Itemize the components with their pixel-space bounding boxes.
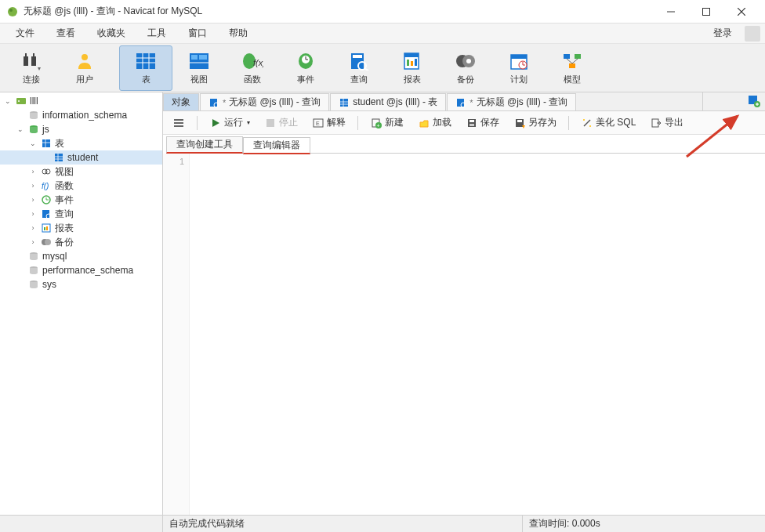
beautify-label: 美化 SQL (596, 116, 636, 129)
editor-area: 1 (163, 154, 765, 515)
tree-item-sys[interactable]: sys (0, 277, 162, 291)
tree-item-student[interactable]: student (0, 150, 162, 165)
tab-label: student @js (llll) - 表 (353, 96, 437, 109)
login-link[interactable]: 登录 (705, 24, 740, 43)
tree-label: student (67, 152, 98, 163)
tool-connection[interactable]: 连接 (5, 45, 58, 91)
tool-schedule[interactable]: 计划 (492, 45, 546, 91)
svg-rect-18 (191, 55, 198, 60)
tab-query-editor[interactable]: 查询编辑器 (243, 137, 310, 154)
svg-text:f(): f() (42, 182, 49, 190)
tool-report[interactable]: 报表 (386, 45, 439, 91)
saveas-icon (513, 117, 526, 129)
tree-item-information_schema[interactable]: information_schema (0, 108, 162, 122)
db-icon (27, 264, 40, 277)
tree-label: js (42, 124, 49, 135)
explain-button[interactable]: E解释 (307, 114, 350, 132)
run-button[interactable]: 运行▾ (205, 114, 255, 132)
tree-item-事件[interactable]: ›事件 (0, 193, 162, 207)
content-tab-q2[interactable]: *无标题 @js (llll) - 查询 (447, 93, 576, 110)
tool-function[interactable]: f(x)函数 (226, 45, 279, 91)
stop-icon (264, 117, 277, 129)
tree-item-备份[interactable]: ›备份 (0, 235, 162, 249)
tree-label: sys (42, 279, 56, 290)
avatar-icon[interactable] (745, 26, 760, 42)
tool-label: 事件 (297, 74, 314, 85)
content-tab-t1[interactable]: student @js (llll) - 表 (330, 93, 446, 110)
svg-marker-10 (38, 67, 41, 71)
maximize-button[interactable] (688, 0, 723, 24)
report-icon (400, 50, 425, 72)
tree-item-llll[interactable]: ⌄llll (0, 94, 162, 108)
tool-event[interactable]: 事件 (279, 45, 332, 91)
svg-point-38 (466, 59, 471, 63)
tree-toggle-icon[interactable]: › (28, 182, 38, 190)
titlebar: 无标题 @js (llll) - 查询 - Navicat for MySQL (0, 0, 765, 24)
menu-favorites[interactable]: 收藏夹 (86, 24, 136, 43)
tree-item-js[interactable]: ⌄js (0, 122, 162, 136)
hamburger-button[interactable] (168, 114, 190, 132)
tree-toggle-icon[interactable]: › (28, 238, 38, 246)
tree-toggle-icon[interactable]: ⌄ (16, 125, 25, 133)
svg-rect-56 (55, 154, 63, 161)
load-button[interactable]: 加载 (413, 114, 456, 132)
menu-help[interactable]: 帮助 (218, 24, 259, 43)
svg-rect-28 (353, 55, 362, 58)
tree-toggle-icon[interactable]: ⌄ (28, 139, 38, 147)
tree-item-报表[interactable]: ›报表 (0, 221, 162, 235)
tool-model[interactable]: 模型 (546, 45, 599, 91)
tool-backup[interactable]: 备份 (439, 45, 492, 91)
close-button[interactable] (723, 0, 759, 24)
sql-editor[interactable] (190, 154, 765, 515)
menu-window[interactable]: 窗口 (177, 24, 218, 43)
menu-tools[interactable]: 工具 (136, 24, 177, 43)
svg-rect-53 (42, 139, 50, 147)
statusbar: 自动完成代码就绪 查询时间: 0.000s (0, 515, 765, 532)
tree-toggle-icon[interactable]: › (28, 168, 38, 176)
tool-label: 视图 (190, 74, 208, 85)
tree-label: 事件 (55, 194, 74, 207)
line-number: 1 (163, 157, 184, 166)
tool-view[interactable]: 视图 (172, 45, 226, 91)
tree-label: 函数 (55, 179, 74, 193)
tree-toggle-icon[interactable]: › (28, 224, 38, 232)
window-title: 无标题 @js (llll) - 查询 - Navicat for MySQL (24, 5, 653, 18)
export-button[interactable]: 导出 (645, 114, 688, 132)
svg-marker-91 (212, 119, 219, 127)
saveas-button[interactable]: 另存为 (509, 114, 561, 132)
tool-table[interactable]: 表 (119, 45, 172, 91)
tree-item-查询[interactable]: ›查询 (0, 207, 162, 221)
tree-item-函数[interactable]: ›f()函数 (0, 179, 162, 193)
server-icon (15, 95, 27, 107)
menu-file[interactable]: 文件 (5, 24, 45, 43)
minimize-button[interactable] (653, 0, 688, 24)
svg-point-0 (8, 7, 17, 16)
tree-item-表[interactable]: ⌄表 (0, 136, 162, 150)
beautify-button[interactable]: 美化 SQL (576, 114, 640, 132)
tool-label: 连接 (23, 74, 40, 85)
tree-toggle-icon[interactable]: › (28, 196, 38, 204)
tree-item-视图[interactable]: ›视图 (0, 165, 162, 179)
svg-text:+: + (377, 122, 380, 128)
tool-user[interactable]: 用户 (58, 45, 111, 91)
new-tab-button[interactable] (748, 95, 760, 107)
tree-toggle-icon[interactable]: › (28, 210, 38, 218)
content-tab-objects[interactable]: 对象 (163, 93, 199, 110)
plug-icon (19, 50, 44, 72)
tree-toggle-icon[interactable]: ⌄ (3, 97, 13, 105)
tool-query[interactable]: 查询 (332, 45, 386, 91)
export-label: 导出 (665, 116, 683, 129)
svg-rect-3 (702, 8, 709, 15)
load-label: 加载 (433, 116, 451, 129)
content-tab-q1[interactable]: *无标题 @js (llll) - 查询 (200, 93, 329, 110)
menu-view[interactable]: 查看 (45, 24, 86, 43)
svg-rect-70 (46, 226, 48, 230)
backup-icon (40, 236, 53, 248)
tree-item-mysql[interactable]: mysql (0, 249, 162, 263)
content-area: 对象*无标题 @js (llll) - 查询student @js (llll)… (163, 92, 765, 515)
save-button[interactable]: 保存 (461, 114, 504, 132)
new-button[interactable]: +新建 (365, 114, 408, 132)
query-icon (346, 50, 372, 72)
tree-item-performance_schema[interactable]: performance_schema (0, 263, 162, 277)
tab-query-builder[interactable]: 查询创建工具 (166, 136, 243, 154)
